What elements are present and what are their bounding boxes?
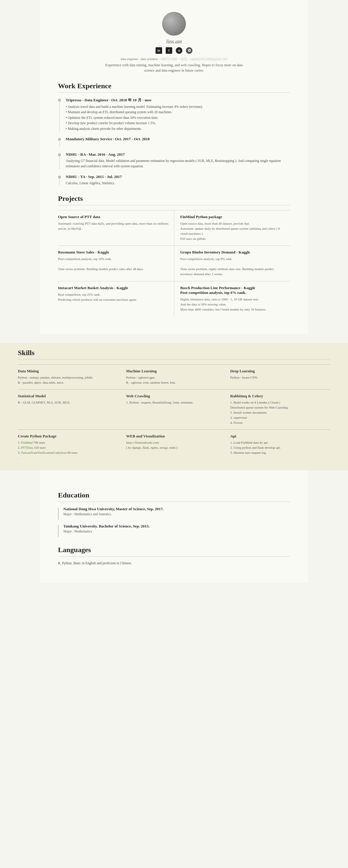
edu-timeline (58, 508, 59, 520)
edu-title: Tamkang University. Bachelor of Science,… (63, 524, 290, 529)
project-desc: Post-competition analysis, top 8% rank. … (180, 256, 286, 277)
timeline (58, 153, 61, 169)
skill-item: Machine Learning Python - xgboost-gpu. R… (122, 364, 226, 389)
work-title: NDHU - RA · Mar. 2016 - Aug. 2017 (66, 152, 290, 157)
web-icon[interactable]: ✿ (186, 47, 193, 54)
project-item: Open Source of PTT data Automatic crawli… (58, 210, 174, 245)
github-icon[interactable]: ⊙ (176, 47, 182, 54)
timeline-line (59, 156, 60, 169)
skill-name: Rabbitmq & Celery (230, 394, 326, 399)
project-desc: Real competition, top 25% rank. Predicti… (58, 292, 170, 302)
skills-title: Skills (18, 349, 330, 357)
work-title: Tripresso - Data Engineer · Oct. 2018 年 … (66, 97, 290, 103)
linkedin-icon[interactable]: in (155, 47, 162, 54)
location-blurred: 台北 (180, 57, 187, 61)
timeline-dot (58, 99, 61, 102)
skill-name: Web Crawling (126, 394, 222, 399)
skill-item: Deep Learning Python - kears-CNN. (226, 364, 330, 389)
skill-name: Deep Learning (230, 369, 326, 374)
tagline: Experience with data mining, machine lea… (58, 62, 290, 73)
project-name: Instacart Market Basket Analysis - Kaggl… (58, 285, 170, 290)
skill-item: Rabbitmq & Celery 1. Build works on 8 Li… (226, 389, 330, 429)
skill-item: Statistical Model R - GLM, GLMNET, NLS, … (18, 389, 122, 429)
project-name: Open Source of PTT data (58, 215, 170, 219)
skills-divider (18, 359, 330, 360)
skill-desc: Python - numpy, pandas, sklearn, multipr… (18, 375, 118, 385)
work-desc: • Analysis travel data and build a machi… (66, 104, 290, 131)
skills-grid: Data Mining Python - numpy, pandas, skle… (18, 364, 330, 465)
work-experience-title: Work Experience (58, 82, 290, 90)
project-name: FinMind Python package (180, 215, 286, 219)
project-item: Rossmann Store Sales - Kaggle Post-compe… (58, 245, 174, 281)
skill-name: Statistical Model (18, 394, 118, 399)
timeline-line (59, 102, 60, 131)
project-name: Bosch Production Line Performance - Kagg… (180, 285, 286, 295)
facebook-icon[interactable]: f (166, 47, 172, 54)
finmind-url-link[interactable]: https://finmindtrade.com/ (126, 441, 160, 444)
work-experience-section: Work Experience Tripresso - Data Enginee… (58, 82, 290, 186)
skill-item: Web Crawling 1. Python - request, Beauti… (122, 389, 226, 429)
work-divider (58, 92, 290, 93)
education-section: Education National Dong Hwa University, … (58, 491, 290, 537)
languages-desc: R, Python. Basic in English and proficie… (58, 561, 290, 565)
finmind-link[interactable]: FinMind (21, 441, 33, 444)
work-content: NDHU - RA · Mar. 2016 - Aug. 2017 Analys… (66, 152, 290, 169)
timeline (58, 99, 61, 131)
work-item: Tripresso - Data Engineer · Oct. 2018 年 … (58, 97, 290, 131)
skill-name: WEB and Visualization (126, 434, 222, 439)
project-item: Instacart Market Basket Analysis - Kaggl… (58, 281, 174, 316)
work-title: NDHU - TA · Sep. 2015 - Jul. 2017 (66, 175, 290, 179)
skill-desc: 1. Python - request, BeautifulSoup, lxml… (126, 400, 222, 405)
education-title: Education (58, 491, 290, 499)
timeline-dot (58, 153, 61, 156)
timeline-line (59, 141, 60, 147)
edu-line (58, 508, 59, 520)
timeline (58, 138, 61, 147)
skills-section: Skills Data Mining Python - numpy, panda… (0, 343, 348, 471)
skill-desc: R - GLM, GLMNET, NLS, SUR, MLE. (18, 400, 118, 405)
role-label: data engineer · data scientist (121, 57, 157, 61)
languages-divider (58, 556, 290, 557)
avatar (162, 12, 186, 36)
taiwan-link[interactable]: TaiwanTrainVerificationCode2text (21, 451, 67, 454)
contact-line: data engineer · data scientist · 0987275… (58, 57, 290, 61)
edu-content: Tamkang University. Bachelor of Science,… (63, 524, 290, 537)
edu-title: National Dong Hwa University, Master of … (63, 507, 290, 512)
resume-header: lins.am in f ⊙ ✿ data engineer · data sc… (58, 12, 290, 73)
timeline (58, 176, 61, 186)
work-item: NDHU - TA · Sep. 2015 - Jul. 2017 Calcul… (58, 175, 290, 186)
skill-name: Create Python Package (18, 434, 118, 439)
edu-desc: Major : Mathematics and Statistics. (63, 512, 290, 516)
skill-desc: Python - xgboost-gpu. R - xgboost, svm, … (126, 375, 222, 385)
projects-grid: Open Source of PTT data Automatic crawli… (58, 210, 290, 316)
project-desc: Post-competition analysis, top 10% rank.… (58, 256, 170, 272)
timeline-line (59, 179, 60, 186)
skill-name: Api (230, 434, 326, 439)
edu-item: Tamkang University. Bachelor of Science,… (58, 524, 290, 537)
languages-section: Languages R, Python. Basic in English an… (58, 546, 290, 565)
edu-desc: Major : Mathematics (63, 530, 290, 533)
project-desc: Highly imbalance data, ratio is 1000 : 1… (180, 297, 286, 312)
education-divider (58, 502, 290, 502)
skill-item: WEB and Visualization https://finmindtra… (122, 429, 226, 464)
work-item: NDHU - RA · Mar. 2016 - Aug. 2017 Analys… (58, 152, 290, 169)
timeline-dot (58, 138, 61, 141)
edu-item: National Dong Hwa University, Master of … (58, 507, 290, 520)
work-title: Mandatory Military Service · Oct. 2017 -… (66, 137, 290, 142)
pttdata-link[interactable]: PTTData (21, 446, 33, 449)
work-item: Mandatory Military Service · Oct. 2017 -… (58, 137, 290, 147)
skill-item: Api 1. Load FinMind data by api. 2. Usin… (226, 429, 330, 464)
project-name: Grupo Bimbo Inventory Demand - Kaggle (180, 250, 286, 255)
skill-desc: Python - kears-CNN. (230, 375, 326, 380)
project-item: Bosch Production Line Performance - Kagg… (174, 281, 290, 316)
email-blurred: samlin2161168@gmail.com (191, 57, 227, 61)
projects-title: Projects (58, 195, 290, 203)
languages-title: Languages (58, 546, 290, 554)
project-name: Rossmann Store Sales - Kaggle (58, 250, 170, 255)
edu-content: National Dong Hwa University, Master of … (63, 507, 290, 520)
work-desc: Analysing G7 financial data. Model valid… (66, 158, 290, 169)
skill-name: Data Mining (18, 369, 118, 374)
user-name: lins.am (58, 39, 290, 45)
project-item: FinMind Python package Open source data,… (174, 210, 290, 245)
skill-desc: https://finmindtrade.com/ ( by django, f… (126, 440, 222, 450)
